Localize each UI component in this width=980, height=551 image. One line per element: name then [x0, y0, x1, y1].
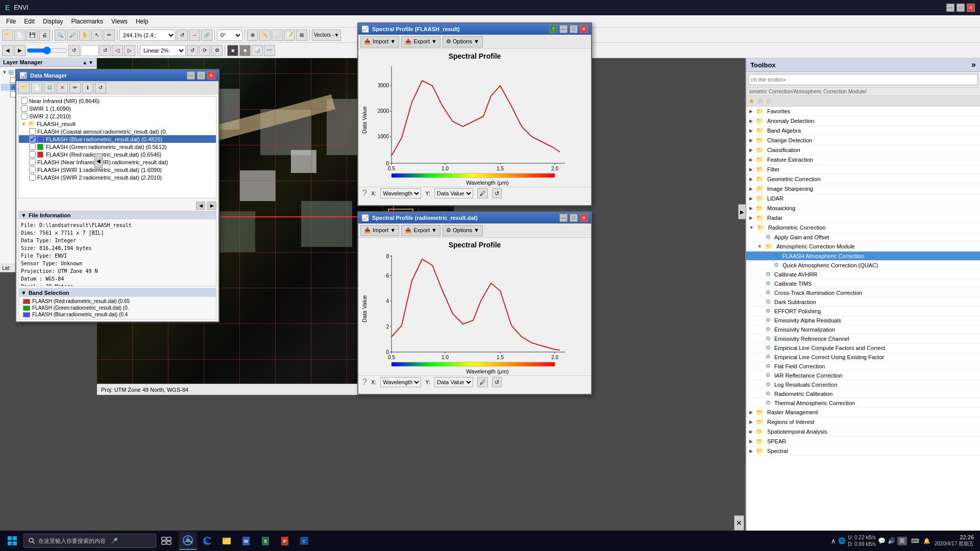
stretch-select[interactable]: Linear 2% — [140, 45, 186, 56]
pan-button[interactable]: ✋ — [79, 30, 90, 41]
sp1-options[interactable]: ⚙ Options ▼ — [443, 36, 483, 47]
toolbox-item-34[interactable]: ▶📁Spatiotemporal Analysis — [746, 427, 980, 437]
sp1-plot-btn[interactable]: 🖊 — [477, 188, 488, 198]
vectors-button[interactable]: Vectors - ▼ — [312, 30, 341, 41]
zoom-apply-button[interactable]: → — [189, 30, 200, 41]
toolbox-item-19[interactable]: ⚙Cross-Track Illumination Correction — [746, 288, 980, 297]
fav-star-icon[interactable]: ★ — [748, 97, 755, 105]
toolbox-item-18[interactable]: ⚙Calibrate TIMS — [746, 279, 980, 288]
toolbox-item-23[interactable]: ⚙Emissivity Normalization — [746, 325, 980, 334]
right-close-btn[interactable]: ✕ — [734, 515, 744, 531]
toolbox-search-input[interactable] — [748, 74, 978, 85]
ime-icon[interactable]: ⌨ — [911, 538, 919, 544]
sp2-minimize[interactable]: — — [559, 214, 568, 222]
color-btn1[interactable]: ■ — [227, 45, 238, 56]
right-panel-toggle[interactable]: ▶ — [738, 204, 746, 219]
close-button[interactable]: ✕ — [967, 4, 975, 12]
toolbox-item-35[interactable]: ▶📁SPEAR — [746, 437, 980, 446]
toolbox-item-30[interactable]: ⚙Radiometric Calibration — [746, 389, 980, 398]
sp2-plot-btn[interactable]: 🖊 — [477, 377, 488, 387]
mic-icon[interactable]: 🎤 — [111, 538, 118, 544]
toolbox-collapse[interactable]: » — [971, 60, 976, 69]
dm-new[interactable]: 📄 — [31, 82, 42, 93]
language-indicator[interactable]: 英 — [897, 537, 907, 545]
sp1-minimize[interactable]: — — [559, 25, 568, 33]
toolbox-item-14[interactable]: ▼📁Atmospheric Correction Module — [746, 242, 980, 252]
file-info-title[interactable]: ▼ File Information — [19, 211, 216, 219]
task-view-button[interactable] — [157, 532, 176, 550]
toolbox-item-25[interactable]: ⚙Empirical Line Compute Factors and Corr… — [746, 343, 980, 353]
dm-red[interactable]: FLAASH (Red:radiometric_result.dat) (0.6… — [19, 151, 216, 158]
zoom-in-button[interactable]: 🔍 — [55, 30, 66, 41]
toolbox-item-16[interactable]: ⚙Quick Atmospheric Correction (QUAC) — [746, 261, 980, 270]
sp1-maximize[interactable]: □ — [570, 25, 578, 33]
taskbar-files-icon[interactable] — [217, 532, 236, 550]
sp2-maximize[interactable]: □ — [570, 214, 578, 222]
toolbox-item-4[interactable]: ▶📁Classification — [746, 145, 980, 155]
taskbar-app-icon[interactable]: E — [295, 532, 313, 550]
toolbox-item-15[interactable]: ⚙FLAASH Atmospheric Correction — [746, 252, 980, 261]
print-button[interactable]: 🖨 — [39, 30, 50, 41]
left-panel-toggle[interactable]: ◀ — [94, 153, 103, 168]
maximize-button[interactable]: □ — [957, 4, 965, 12]
toolbox-item-20[interactable]: ⚙Dark Subtraction — [746, 297, 980, 307]
sp1-y-select[interactable]: Data Value — [434, 188, 473, 198]
forward-button[interactable]: ▶ — [14, 45, 26, 56]
toolbox-item-24[interactable]: ⚙Emissivity Reference Channel — [746, 334, 980, 343]
lm-collapse[interactable]: ▲ — [82, 60, 87, 65]
sp2-options[interactable]: ⚙ Options ▼ — [443, 225, 483, 236]
color-btn2[interactable]: ■ — [239, 45, 251, 56]
dm-swir1b-cb[interactable] — [29, 166, 36, 173]
toolbox-item-36[interactable]: ▶📁Spectral — [746, 446, 980, 456]
dm-nir2-cb[interactable] — [29, 159, 36, 165]
menu-help[interactable]: Help — [132, 17, 153, 26]
sp1-x-select[interactable]: Wavelength — [380, 188, 421, 198]
band-red[interactable]: FLAASH (Red:radiometric_result.dat) (0.6… — [20, 298, 215, 305]
toolbox-item-29[interactable]: ⚙Log Residuals Correction — [746, 380, 980, 389]
prev-view[interactable]: ◁ — [112, 45, 123, 56]
sp1-import[interactable]: 📥 Import ▼ — [360, 36, 399, 47]
toolbox-item-1[interactable]: ▶📁Anomaly Detection — [746, 116, 980, 126]
dm-scroll-right[interactable]: ▶ — [207, 202, 216, 210]
sp1-close[interactable]: ✕ — [580, 25, 588, 33]
network-icon[interactable]: 🌐 — [838, 537, 846, 544]
brightness-value[interactable]: 20 — [81, 45, 99, 56]
dm-minimize[interactable]: — — [187, 71, 195, 80]
dm-swir2[interactable]: SWIR 2 (2.2010) — [19, 112, 216, 120]
toolbox-item-28[interactable]: ⚙IAR Reflectance Correction — [746, 371, 980, 380]
toolbox-item-5[interactable]: ▶📁Feature Extraction — [746, 155, 980, 165]
notification-icon[interactable]: 🔔 — [923, 538, 930, 544]
taskbar-excel-icon[interactable]: X — [256, 532, 275, 550]
dm-delete[interactable]: ✕ — [57, 82, 68, 93]
toolbox-item-13[interactable]: ⚙Apply Gain and Offset — [746, 233, 980, 242]
nav-button[interactable]: ⊕ — [247, 30, 258, 41]
toolbox-item-12[interactable]: ▼📁Radiometric Correction — [746, 223, 980, 233]
menu-edit[interactable]: Edit — [20, 17, 39, 26]
link-button[interactable]: 🔗 — [201, 30, 212, 41]
histogram-button[interactable]: 📊 — [252, 45, 263, 56]
band-sel-title[interactable]: ▼ Band Selection — [19, 289, 216, 297]
dm-green-cb[interactable] — [29, 143, 36, 150]
start-button[interactable] — [2, 532, 22, 550]
next-view[interactable]: ▷ — [124, 45, 135, 56]
dm-coastal[interactable]: FLAASH (Coastal aerosol:radiometric_resu… — [19, 128, 216, 135]
sp2-refresh-btn[interactable]: ↺ — [492, 377, 502, 387]
toolbox-item-7[interactable]: ▶📁Geometric Correction — [746, 174, 980, 184]
dm-open[interactable]: 📁 — [18, 82, 30, 93]
toolbox-item-32[interactable]: ▶📁Raster Management — [746, 408, 980, 417]
sp1-help-icon[interactable]: ? — [362, 189, 367, 198]
taskbar-search-bar[interactable]: 在这里输入你要搜索的内容 🎤 — [23, 534, 156, 548]
select-button[interactable]: ↖ — [91, 30, 103, 41]
minimize-button[interactable]: — — [946, 4, 954, 12]
dm-blue[interactable]: FLAASH (Blue:radiometric_result.dat) (0.… — [19, 135, 216, 143]
dm-close[interactable]: ✕ — [207, 71, 215, 80]
toolbox-item-33[interactable]: ▶📁Regions of Interest — [746, 417, 980, 427]
draw-button[interactable]: ✏ — [104, 30, 115, 41]
toolbox-item-9[interactable]: ▶📁LiDAR — [746, 194, 980, 204]
stretch-apply[interactable]: ⟳ — [199, 45, 210, 56]
toolbox-item-17[interactable]: ⚙Calibrate AVHRR — [746, 270, 980, 279]
dm-maximize[interactable]: □ — [197, 71, 205, 80]
dm-green[interactable]: FLAASH (Green:radiometric_result.dat) (0… — [19, 143, 216, 151]
stretch-refresh[interactable]: ↺ — [187, 45, 198, 56]
tray-up-icon[interactable]: ∧ — [831, 537, 836, 545]
